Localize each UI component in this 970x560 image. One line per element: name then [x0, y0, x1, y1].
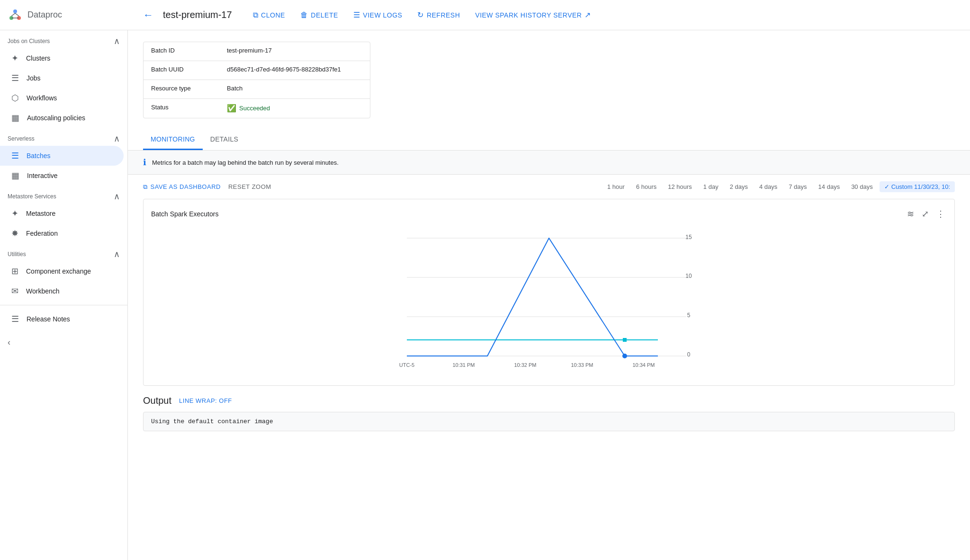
reset-zoom-label: RESET ZOOM — [228, 183, 271, 190]
metastore-icon: ✦ — [11, 208, 18, 219]
sidebar-item-component-exchange[interactable]: ⊞ Component exchange — [0, 261, 124, 281]
chart-controls: ⧉ SAVE AS DASHBOARD RESET ZOOM 1 hour 6 … — [128, 175, 970, 199]
view-logs-button[interactable]: ☰ VIEW LOGS — [348, 7, 408, 23]
sidebar-section-utilities-label: Utilities — [8, 251, 26, 258]
time-range-1d[interactable]: 1 day — [699, 181, 723, 192]
clone-label: CLONE — [261, 11, 285, 19]
tabs-bar: MONITORING DETAILS — [128, 130, 970, 151]
output-title: Output — [143, 395, 171, 406]
info-circle-icon: ℹ — [143, 157, 146, 168]
chart-svg-wrapper: 15 10 5 0 — [151, 225, 947, 378]
tab-details[interactable]: DETAILS — [203, 130, 246, 150]
status-value: ✅ Succeeded — [219, 99, 278, 118]
refresh-button[interactable]: ↻ REFRESH — [412, 7, 466, 23]
sidebar-item-jobs-label: Jobs — [27, 74, 41, 82]
batch-uuid-value: d568ec71-d7ed-46fd-9675-88228bd37fe1 — [219, 61, 349, 80]
clone-button[interactable]: ⧉ CLONE — [247, 7, 291, 23]
status-succeeded: ✅ Succeeded — [227, 104, 270, 113]
sidebar-item-autoscaling[interactable]: ▦ Autoscaling policies — [0, 108, 124, 128]
chart-more-button[interactable]: ⋮ — [934, 207, 947, 221]
svg-text:5: 5 — [687, 312, 691, 319]
svg-text:UTC-5: UTC-5 — [399, 362, 414, 368]
check-icon: ✓ — [884, 183, 889, 190]
info-banner-text: Metrics for a batch may lag behind the b… — [152, 159, 339, 166]
top-bar-content: ← test-premium-17 ⧉ CLONE 🗑 DELETE ☰ VIE… — [143, 7, 962, 23]
sidebar-item-autoscaling-label: Autoscaling policies — [27, 114, 85, 122]
time-range-1h[interactable]: 1 hour — [602, 181, 629, 192]
sidebar-item-batches[interactable]: ☰ Batches — [0, 146, 124, 166]
sidebar-section-serverless-label: Serverless — [8, 135, 35, 142]
sidebar-item-metastore[interactable]: ✦ Metastore — [0, 204, 124, 223]
svg-text:15: 15 — [685, 234, 692, 240]
utilities-chevron-up-icon: ∧ — [114, 249, 120, 259]
sidebar-item-metastore-label: Metastore — [26, 210, 55, 217]
resource-type-value: Batch — [219, 80, 250, 98]
time-range-2d[interactable]: 2 days — [725, 181, 753, 192]
view-spark-history-button[interactable]: VIEW SPARK HISTORY SERVER ↗ — [469, 7, 597, 23]
time-range-30d[interactable]: 30 days — [846, 181, 878, 192]
sidebar-collapse-button[interactable]: ‹ — [0, 333, 127, 352]
output-section: Output LINE WRAP: OFF Using the default … — [128, 386, 970, 441]
sidebar-item-batches-label: Batches — [27, 152, 51, 160]
chart-container: Batch Spark Executors ≋ ⤢ ⋮ 15 10 5 0 — [143, 199, 955, 386]
svg-line-3 — [11, 13, 15, 16]
sidebar-item-interactive-label: Interactive — [27, 172, 58, 179]
status-label: Status — [144, 99, 219, 118]
batch-uuid-row: Batch UUID d568ec71-d7ed-46fd-9675-88228… — [144, 61, 370, 80]
sidebar-item-clusters[interactable]: ✦ Clusters — [0, 48, 124, 68]
sidebar-item-component-exchange-label: Component exchange — [26, 267, 91, 275]
custom-range[interactable]: ✓ Custom 11/30/23, 10: — [880, 181, 955, 192]
sidebar-item-jobs[interactable]: ☰ Jobs — [0, 68, 124, 88]
clusters-icon: ✦ — [11, 53, 18, 63]
back-button[interactable]: ← — [143, 9, 153, 21]
time-range-14d[interactable]: 14 days — [814, 181, 845, 192]
sidebar-item-interactive[interactable]: ▦ Interactive — [0, 166, 124, 186]
time-ranges: 1 hour 6 hours 12 hours 1 day 2 days 4 d… — [602, 181, 955, 192]
sidebar-section-metastore-label: Metastore Services — [8, 193, 56, 200]
interactive-icon: ▦ — [11, 170, 19, 181]
sidebar-item-release-notes[interactable]: ☰ Release Notes — [0, 309, 124, 329]
batch-id-value: test-premium-17 — [219, 42, 279, 61]
workflows-icon: ⬡ — [11, 93, 19, 103]
sidebar: Jobs on Clusters ∧ ✦ Clusters ☰ Jobs ⬡ W… — [0, 30, 128, 560]
collapse-icon: ‹ — [8, 338, 10, 347]
top-bar: Dataproc ← test-premium-17 ⧉ CLONE 🗑 DEL… — [0, 0, 970, 30]
sidebar-item-workflows[interactable]: ⬡ Workflows — [0, 88, 124, 108]
svg-text:10: 10 — [685, 273, 692, 279]
svg-point-16 — [622, 354, 627, 358]
tab-monitoring[interactable]: MONITORING — [143, 130, 203, 150]
chart-legend-button[interactable]: ≋ — [905, 207, 916, 221]
sidebar-item-workbench[interactable]: ✉ Workbench — [0, 281, 124, 301]
sidebar-section-serverless[interactable]: Serverless ∧ — [0, 128, 127, 146]
autoscaling-icon: ▦ — [11, 113, 19, 123]
sidebar-item-federation[interactable]: ✸ Federation — [0, 223, 124, 243]
sidebar-section-jobs-on-clusters[interactable]: Jobs on Clusters ∧ — [0, 30, 127, 48]
batch-id-row: Batch ID test-premium-17 — [144, 42, 370, 61]
clone-icon: ⧉ — [253, 11, 259, 19]
svg-point-0 — [13, 9, 17, 13]
release-notes-icon: ☰ — [11, 314, 19, 324]
save-dashboard-icon: ⧉ — [143, 183, 148, 191]
serverless-chevron-up-icon: ∧ — [114, 133, 120, 144]
sidebar-section-jobs-label: Jobs on Clusters — [8, 38, 50, 44]
refresh-label: REFRESH — [427, 11, 460, 19]
reset-zoom-button[interactable]: RESET ZOOM — [228, 183, 271, 190]
delete-button[interactable]: 🗑 DELETE — [295, 7, 344, 23]
chart-title: Batch Spark Executors — [151, 210, 905, 218]
time-range-12h[interactable]: 12 hours — [663, 181, 697, 192]
time-range-7d[interactable]: 7 days — [784, 181, 811, 192]
view-logs-icon: ☰ — [353, 10, 360, 19]
sidebar-section-metastore[interactable]: Metastore Services ∧ — [0, 186, 127, 204]
sidebar-section-utilities[interactable]: Utilities ∧ — [0, 243, 127, 261]
output-text: Using the default container image — [143, 412, 955, 431]
sidebar-item-federation-label: Federation — [26, 230, 58, 237]
save-dashboard-button[interactable]: ⧉ SAVE AS DASHBOARD — [143, 183, 221, 191]
line-wrap-button[interactable]: LINE WRAP: OFF — [179, 397, 232, 404]
batch-uuid-label: Batch UUID — [144, 61, 219, 80]
time-range-4d[interactable]: 4 days — [754, 181, 782, 192]
status-row: Status ✅ Succeeded — [144, 99, 370, 118]
time-range-6h[interactable]: 6 hours — [631, 181, 661, 192]
workbench-icon: ✉ — [11, 286, 18, 296]
resource-type-row: Resource type Batch — [144, 80, 370, 99]
chart-expand-button[interactable]: ⤢ — [920, 207, 931, 221]
